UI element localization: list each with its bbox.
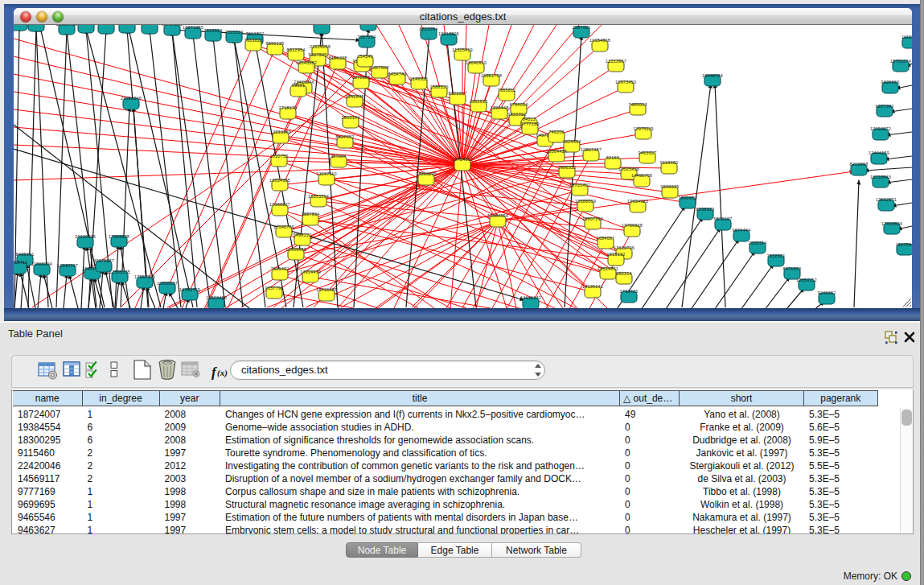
svg-text:19166827: 19166827 — [269, 202, 290, 207]
svg-text:9084067: 9084067 — [597, 236, 615, 241]
svg-text:19654985: 19654985 — [269, 178, 290, 183]
svg-text:1640953: 1640953 — [679, 196, 697, 200]
svg-text:12213369: 12213369 — [270, 130, 291, 134]
svg-text:15751074: 15751074 — [890, 59, 911, 64]
svg-text:17046786: 17046786 — [273, 225, 294, 229]
svg-text:154546: 154546 — [357, 54, 373, 59]
svg-text:8435001: 8435001 — [16, 252, 35, 257]
svg-text:29053346: 29053346 — [121, 96, 142, 101]
svg-text:9242848: 9242848 — [346, 94, 364, 99]
svg-text:10719155: 10719155 — [162, 25, 183, 27]
svg-text:3587834: 3587834 — [302, 212, 320, 216]
svg-text:9146821: 9146821 — [410, 76, 429, 81]
svg-text:10654112: 10654112 — [796, 278, 817, 282]
svg-text:15353594: 15353594 — [308, 194, 329, 199]
svg-text:9115460: 9115460 — [660, 160, 678, 165]
svg-text:11325419: 11325419 — [452, 47, 473, 52]
svg-text:14495798: 14495798 — [631, 173, 652, 178]
svg-text:14136142: 14136142 — [520, 295, 541, 300]
svg-text:3624554: 3624554 — [563, 139, 581, 144]
svg-text:12505135: 12505135 — [109, 270, 130, 274]
svg-text:8322037: 8322037 — [449, 91, 467, 96]
svg-text:9329966: 9329966 — [881, 80, 900, 84]
svg-text:16782759: 16782759 — [179, 287, 200, 292]
svg-text:14914479: 14914479 — [300, 270, 321, 274]
svg-text:26206526: 26206526 — [75, 234, 96, 239]
svg-text:17359928: 17359928 — [109, 234, 129, 239]
svg-text:16961758: 16961758 — [481, 73, 502, 78]
svg-text:18300295: 18300295 — [416, 171, 437, 176]
svg-text:1167534: 1167534 — [896, 242, 912, 247]
svg-text:1615132: 1615132 — [607, 252, 626, 257]
svg-text:3375685: 3375685 — [352, 75, 371, 80]
svg-text:19384554: 19384554 — [487, 213, 508, 218]
svg-text:11568294: 11568294 — [31, 262, 52, 266]
svg-text:62160: 62160 — [606, 155, 619, 160]
svg-text:30975887: 30975887 — [93, 258, 114, 263]
svg-text:17016504: 17016504 — [881, 221, 902, 226]
svg-text:9463627: 9463627 — [639, 150, 657, 155]
svg-text:14136141: 14136141 — [582, 284, 603, 289]
svg-text:9699695: 9699695 — [661, 184, 680, 189]
svg-text:19218506: 19218506 — [438, 31, 459, 36]
svg-text:7986322: 7986322 — [558, 165, 577, 170]
svg-text:9227342: 9227342 — [876, 104, 894, 109]
svg-text:(x): (x) — [217, 368, 228, 378]
svg-text:7663822: 7663822 — [246, 31, 265, 36]
svg-text:10688609: 10688609 — [575, 199, 596, 204]
svg-text:7485003: 7485003 — [629, 102, 647, 107]
svg-text:7515524: 7515524 — [225, 30, 244, 35]
svg-text:2367608: 2367608 — [371, 65, 389, 70]
svg-text:9245652: 9245652 — [818, 290, 836, 295]
svg-text:16648784: 16648784 — [702, 73, 723, 78]
svg-text:6879197: 6879197 — [714, 216, 733, 221]
svg-text:19756928: 19756928 — [622, 223, 643, 228]
svg-text:16210643: 16210643 — [870, 175, 891, 179]
svg-text:1990448: 1990448 — [491, 105, 509, 110]
svg-text:15720407: 15720407 — [569, 183, 590, 187]
svg-text:1810755: 1810755 — [270, 154, 289, 159]
svg-text:8471676: 8471676 — [783, 266, 802, 271]
svg-text:12093872: 12093872 — [870, 126, 891, 131]
svg-text:252214: 252214 — [616, 271, 632, 276]
svg-text:8454749: 8454749 — [388, 72, 407, 76]
svg-text:17957225: 17957225 — [134, 274, 155, 279]
svg-text:20091406: 20091406 — [56, 25, 77, 27]
svg-text:2718176: 2718176 — [279, 105, 298, 110]
svg-text:9327505: 9327505 — [309, 52, 327, 57]
svg-text:12213967: 12213967 — [606, 59, 626, 64]
svg-text:7357224: 7357224 — [358, 35, 376, 39]
svg-text:6794024: 6794024 — [510, 102, 528, 107]
svg-text:9777169: 9777169 — [521, 122, 540, 126]
svg-text:7632621: 7632621 — [767, 253, 786, 258]
svg-text:7663822: 7663822 — [244, 38, 263, 43]
svg-text:5498222: 5498222 — [294, 233, 312, 237]
svg-text:10025438: 10025438 — [618, 167, 639, 171]
svg-text:18724007: 18724007 — [452, 157, 473, 162]
svg-text:10154808: 10154808 — [589, 38, 610, 43]
svg-text:7625402: 7625402 — [271, 266, 290, 271]
svg-text:1362615: 1362615 — [470, 99, 488, 104]
svg-text:8813054: 8813054 — [420, 27, 438, 31]
svg-text:8427552: 8427552 — [336, 134, 355, 139]
svg-text:12975115: 12975115 — [633, 126, 654, 131]
svg-text:10958107: 10958107 — [157, 281, 178, 286]
svg-text:2087682: 2087682 — [573, 25, 591, 30]
svg-text:2803144: 2803144 — [342, 115, 360, 120]
svg-text:13267110: 13267110 — [316, 171, 337, 176]
svg-text:8186328: 8186328 — [329, 56, 347, 60]
svg-text:8660125: 8660125 — [266, 41, 285, 46]
svg-text:12444159: 12444159 — [869, 150, 889, 155]
svg-text:10973493: 10973493 — [615, 80, 636, 84]
svg-text:3915411: 3915411 — [14, 260, 27, 265]
svg-text:13120796: 13120796 — [614, 245, 634, 250]
svg-text:13524851: 13524851 — [598, 266, 618, 271]
svg-text:18807299: 18807299 — [582, 216, 603, 221]
svg-text:12923468: 12923468 — [206, 295, 227, 300]
svg-text:13692971: 13692971 — [876, 197, 897, 202]
svg-text:8938923: 8938923 — [696, 207, 715, 212]
svg-text:2935114: 2935114 — [749, 241, 766, 245]
svg-text:16671355: 16671355 — [183, 25, 203, 30]
svg-text:15716485: 15716485 — [316, 287, 337, 292]
svg-text:16409489: 16409489 — [285, 247, 306, 252]
